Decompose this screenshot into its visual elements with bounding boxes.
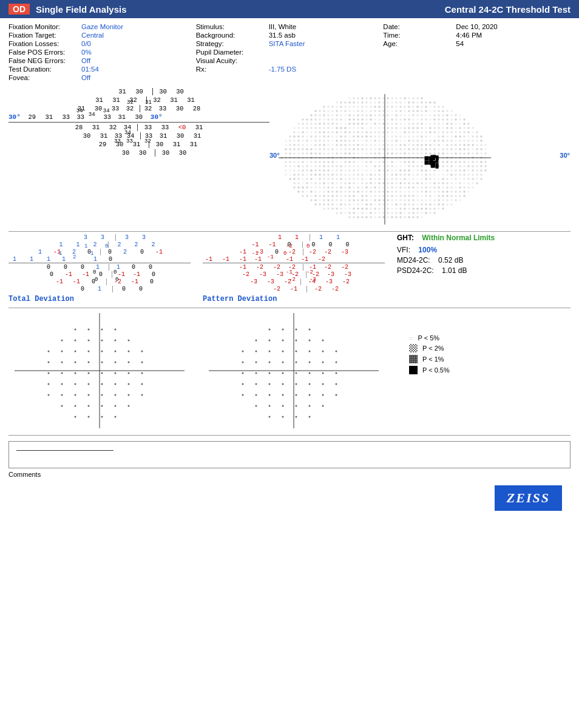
date-label: Date:	[383, 23, 456, 30]
psd-label: PSD24-2C:	[397, 266, 434, 275]
fovea-label: Fovea:	[8, 74, 81, 81]
p2-label: P < 2%	[422, 345, 444, 352]
comments-box[interactable]	[8, 441, 571, 468]
p05-label: P < 0.5%	[422, 366, 450, 374]
rx-value: -1.75 DS	[269, 66, 296, 73]
comments-label: Comments	[8, 471, 571, 478]
strategy-value: SITA Faster	[269, 40, 305, 47]
pattern-deviation-title: Pattern Deviation	[203, 295, 385, 303]
test-dur-value: 01:54	[81, 66, 99, 73]
od-badge: OD	[8, 4, 30, 15]
p2-symbol	[409, 344, 418, 352]
p5-label: P < 5%	[418, 334, 439, 342]
info-section: Fixation Monitor:Gaze Monitor Fixation T…	[0, 18, 579, 85]
time-value: 4:46 PM	[456, 32, 482, 39]
strategy-label: Strategy:	[196, 40, 269, 47]
false-pos-label: False POS Errors:	[8, 49, 81, 56]
p1-label: P < 1%	[422, 356, 444, 363]
md-label: MD24-2C:	[397, 256, 430, 265]
psd-value: 1.01 dB	[442, 266, 467, 275]
fix-monitor-value: Gaze Monitor	[81, 23, 123, 30]
p1-symbol	[409, 355, 418, 363]
total-deviation-title: Total Deviation	[8, 295, 191, 303]
comments-section: Comments	[0, 437, 579, 480]
total-deviation-numbers: 3 3 3 3 1 1 2 2 2 2 1 -1 2 0 1 0 0	[8, 234, 191, 306]
zeiss-logo: ZEISS	[495, 485, 562, 511]
false-pos-value: 0%	[81, 49, 92, 56]
test-dur-label: Test Duration:	[8, 66, 81, 73]
total-dev-dot-plot	[8, 310, 191, 433]
deviation-section: 3 3 3 3 1 1 2 2 2 2 1 -1 2 0 1 0 0	[0, 234, 579, 306]
page-header: OD Single Field Analysis Central 24-2C T…	[0, 0, 579, 18]
vf-numeric-grid: 31 30 30 30 31 31 32 32 31 31 31 30 33	[8, 85, 269, 229]
stimulus-label: Stimulus:	[196, 23, 269, 30]
age-value: 54	[456, 40, 464, 47]
md-value: 0.52 dB	[438, 256, 463, 265]
vfi-value: 100%	[418, 246, 437, 254]
ght-label: GHT:	[397, 234, 414, 242]
info-col-2: Stimulus:III, White Background:31.5 asb …	[196, 23, 384, 83]
date-value: Dec 10, 2020	[456, 23, 497, 30]
ght-value: Within Normal Limits	[422, 234, 495, 242]
info-col-1: Fixation Monitor:Gaze Monitor Fixation T…	[8, 23, 196, 83]
legend-panel: :: P < 5% P < 2% P < 1% P < 0.5%	[385, 310, 571, 433]
test-type: Central 24-2C Threshold Test	[445, 4, 571, 15]
fix-losses-label: Fixation Losses:	[8, 40, 81, 47]
rx-label: Rx:	[196, 66, 269, 73]
fix-target-label: Fixation Target:	[8, 32, 81, 39]
age-label: Age:	[383, 40, 456, 47]
analysis-title: Single Field Analysis	[36, 4, 127, 15]
fix-losses-value: 0/0	[81, 40, 91, 47]
p05-symbol	[409, 366, 418, 374]
false-neg-value: Off	[81, 57, 90, 64]
visual-acuity-label: Visual Acuity:	[196, 57, 269, 64]
pattern-deviation-numbers: 1 1 1 1 -1 -1 0 0 0 0 -1 -3 0 -2 -2 -2 0	[203, 234, 385, 306]
fovea-value: Off	[81, 74, 90, 81]
false-neg-label: False NEG Errors:	[8, 57, 81, 64]
background-label: Background:	[196, 32, 269, 39]
time-label: Time:	[383, 32, 456, 39]
background-value: 31.5 asb	[269, 32, 296, 39]
dot-plots-section: :: P < 5% P < 2% P < 1% P < 0.5%	[0, 310, 579, 433]
stats-panel: GHT: Within Normal Limits VFI: 100% MD24…	[385, 234, 571, 306]
grayscale-vf: 30° 30°	[269, 85, 573, 229]
vfi-label: VFI:	[397, 246, 410, 254]
info-col-3: Date:Dec 10, 2020 Time:4:46 PM Age:54	[383, 23, 571, 83]
footer: ZEISS	[0, 480, 579, 517]
pupil-label: Pupil Diameter:	[196, 49, 269, 56]
fix-target-value: Central	[81, 32, 104, 39]
stimulus-value: III, White	[269, 23, 296, 30]
pattern-dev-dot-plot	[203, 310, 385, 433]
fix-monitor-label: Fixation Monitor:	[8, 23, 81, 30]
